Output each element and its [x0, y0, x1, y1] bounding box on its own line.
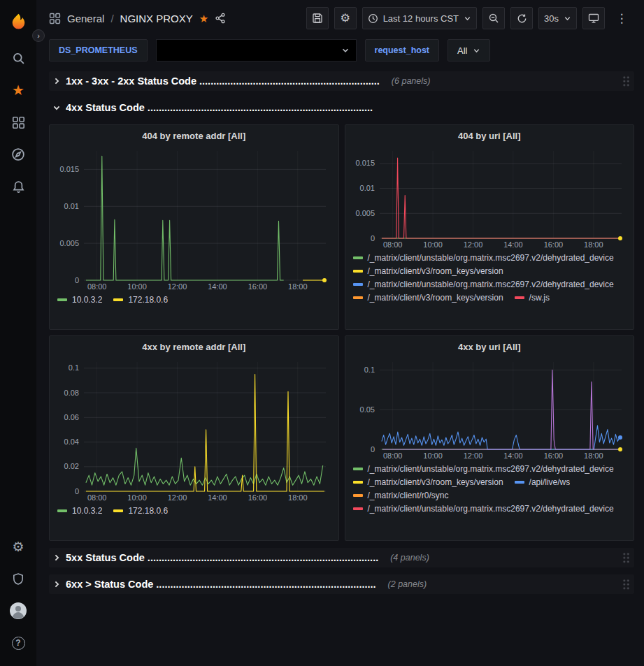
row-5xx[interactable]: 5xx Status Code ........................…: [49, 548, 634, 567]
timeseries-chart[interactable]: 08:0010:0012:0014:0016:0018:0000.0050.01…: [55, 144, 333, 292]
legend-item[interactable]: /_matrix/client/v3/room_keys/version: [353, 477, 503, 487]
legend-item[interactable]: 10.0.3.2: [57, 295, 102, 305]
legend-item[interactable]: /_matrix/client/unstable/org.matrix.msc2…: [353, 504, 614, 514]
legend-label: 172.18.0.6: [128, 506, 168, 516]
variable-request-host-label[interactable]: request_host: [365, 39, 440, 61]
dashboards-grid-icon: [12, 116, 25, 129]
sidebar-help-button[interactable]: ?: [0, 627, 36, 659]
refresh-interval-dropdown[interactable]: 30s: [538, 7, 577, 29]
row-title: 6xx > Status Code ......................…: [66, 579, 376, 590]
chart-legend: 10.0.3.2172.18.0.6: [55, 503, 334, 537]
svg-text:0.01: 0.01: [359, 184, 374, 192]
breadcrumb-separator: /: [110, 13, 113, 24]
sidebar-expand-button[interactable]: ›: [32, 29, 45, 42]
panels-grid: 404 by remote addr [All] 08:0010:0012:00…: [49, 124, 634, 541]
more-options-button[interactable]: ⋮: [610, 7, 633, 29]
svg-text:14:00: 14:00: [208, 493, 227, 502]
sidebar-dashboards-button[interactable]: [0, 106, 36, 138]
sidebar: ★ ⚙ ?: [0, 0, 36, 666]
row-title: 1xx - 3xx - 2xx Status Code ............…: [66, 75, 380, 87]
legend-item[interactable]: 172.18.0.6: [113, 295, 168, 305]
panel-title[interactable]: 4xx by uri [All]: [350, 338, 629, 355]
svg-text:0.015: 0.015: [59, 165, 79, 173]
kebab-menu-icon: ⋮: [616, 13, 628, 24]
chevron-down-icon: [341, 46, 350, 55]
tv-mode-button[interactable]: [582, 7, 605, 29]
legend-item[interactable]: /_matrix/client/r0/sync: [353, 491, 449, 500]
sidebar-starred-button[interactable]: ★: [0, 74, 36, 106]
time-range-picker[interactable]: Last 12 hours CST: [362, 7, 477, 29]
row-panel-count: (4 panels): [390, 553, 429, 563]
timeseries-chart[interactable]: 08:0010:0012:0014:0016:0018:0000.0050.01…: [350, 144, 629, 250]
sidebar-explore-button[interactable]: [0, 138, 36, 171]
dashboard-settings-button[interactable]: ⚙: [334, 7, 357, 29]
legend-item[interactable]: /_matrix/client/unstable/org.matrix.msc2…: [353, 464, 614, 474]
svg-text:08:00: 08:00: [87, 493, 107, 502]
gear-icon: ⚙: [12, 540, 24, 553]
avatar: [9, 602, 27, 620]
zoom-out-button[interactable]: [482, 7, 505, 29]
legend-swatch: [57, 298, 67, 301]
variable-ds-prometheus-label[interactable]: DS_PROMETHEUS: [49, 39, 148, 61]
svg-text:0.02: 0.02: [64, 462, 79, 470]
svg-text:0.01: 0.01: [64, 202, 79, 210]
row-drag-handle[interactable]: [622, 552, 630, 564]
timeseries-chart[interactable]: 08:0010:0012:0014:0016:0018:0000.050.1: [350, 355, 629, 461]
legend-swatch: [113, 509, 123, 512]
row-drag-handle[interactable]: [622, 75, 630, 87]
refresh-interval-label: 30s: [544, 13, 559, 24]
svg-text:0.05: 0.05: [359, 405, 374, 414]
svg-text:12:00: 12:00: [463, 240, 482, 249]
legend-swatch: [353, 296, 363, 299]
breadcrumb: General / NGINX PROXY ★: [49, 13, 301, 24]
main-area: General / NGINX PROXY ★ ⚙ Last 12 hours …: [36, 0, 644, 666]
legend-item[interactable]: /sw.js: [515, 293, 550, 303]
variable-request-host-select[interactable]: All: [448, 39, 490, 61]
legend-label: /sw.js: [529, 293, 550, 303]
sidebar-server-admin-button[interactable]: [0, 563, 36, 595]
favorite-star-icon[interactable]: ★: [199, 13, 208, 24]
refresh-button[interactable]: [510, 7, 533, 29]
sidebar-search-button[interactable]: [0, 42, 36, 74]
svg-text:0: 0: [370, 445, 374, 454]
row-6xx[interactable]: 6xx > Status Code ......................…: [49, 574, 634, 594]
sidebar-configuration-button[interactable]: ⚙: [0, 530, 36, 563]
panel-title[interactable]: 4xx by remote addr [All]: [55, 338, 334, 355]
row-drag-handle[interactable]: [622, 579, 630, 591]
legend-swatch: [353, 481, 363, 484]
legend-label: /_matrix/client/v3/room_keys/version: [368, 293, 503, 303]
save-icon: [312, 13, 323, 24]
legend-item[interactable]: /_matrix/client/unstable/org.matrix.msc2…: [353, 280, 614, 289]
legend-swatch: [113, 298, 123, 301]
legend-label: /_matrix/client/unstable/org.matrix.msc2…: [368, 504, 614, 514]
legend-item[interactable]: /_matrix/client/v3/room_keys/version: [353, 266, 503, 276]
row-panel-count: (2 panels): [388, 579, 427, 589]
monitor-icon: [588, 13, 599, 24]
legend-item[interactable]: 172.18.0.6: [113, 506, 168, 516]
breadcrumb-folder[interactable]: General: [67, 13, 104, 24]
legend-label: 172.18.0.6: [128, 295, 168, 305]
legend-swatch: [515, 481, 524, 484]
legend-item[interactable]: /api/live/ws: [515, 477, 571, 487]
svg-text:12:00: 12:00: [463, 451, 482, 460]
legend-item[interactable]: /_matrix/client/unstable/org.matrix.msc2…: [353, 253, 614, 263]
timeseries-chart[interactable]: 08:0010:0012:0014:0016:0018:0000.020.040…: [55, 355, 333, 503]
variable-datasource-select[interactable]: [156, 39, 357, 61]
save-dashboard-button[interactable]: [306, 7, 329, 29]
chevron-right-icon: [52, 77, 61, 85]
sidebar-profile-button[interactable]: [0, 595, 36, 627]
sidebar-alerting-button[interactable]: [0, 171, 36, 203]
share-icon[interactable]: [215, 13, 226, 24]
svg-text:0: 0: [370, 234, 374, 242]
panel-title[interactable]: 404 by uri [All]: [350, 127, 629, 144]
legend-item[interactable]: 10.0.3.2: [57, 506, 102, 516]
svg-text:0.005: 0.005: [59, 239, 79, 247]
legend-item[interactable]: /_matrix/client/v3/room_keys/version: [353, 293, 503, 303]
zoom-out-icon: [488, 13, 499, 24]
panel-title[interactable]: 404 by remote addr [All]: [55, 127, 334, 144]
grafana-logo[interactable]: [0, 4, 36, 39]
row-title: 4xx Status Code ........................…: [66, 102, 373, 113]
row-title: 5xx Status Code ........................…: [66, 552, 378, 563]
row-4xx[interactable]: 4xx Status Code ........................…: [49, 98, 634, 117]
row-1xx-3xx-2xx[interactable]: 1xx - 3xx - 2xx Status Code ............…: [49, 71, 634, 91]
